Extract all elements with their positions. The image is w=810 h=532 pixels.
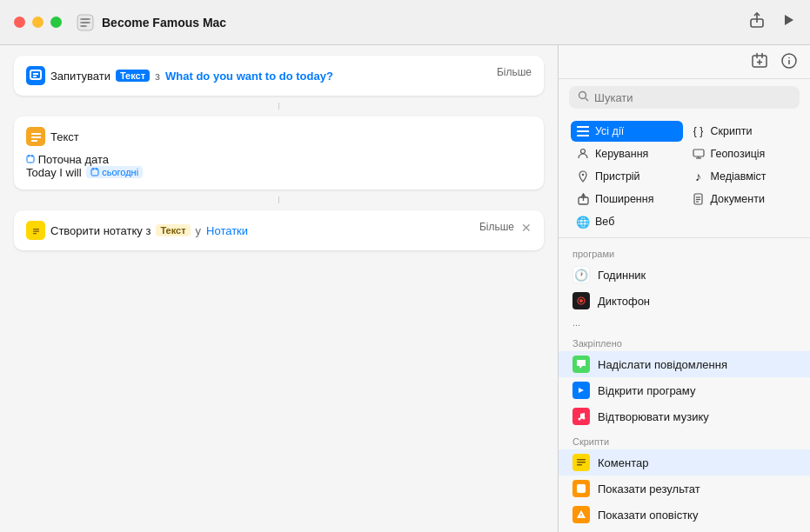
svg-rect-10	[31, 133, 41, 135]
svg-rect-53	[577, 462, 586, 463]
section-apps-header: програми	[559, 242, 810, 262]
pinned-messages[interactable]: Надіслати повідомлення	[559, 351, 810, 377]
action-header-note: Створити нотатку з Текст у Нотатки	[26, 221, 532, 240]
category-grid: Усі дії { } Скрипти Керування Геопозиція	[559, 114, 810, 238]
category-control[interactable]: Керування	[571, 143, 683, 164]
app-item-clock[interactable]: 🕐 Годинник	[559, 262, 810, 288]
category-location[interactable]: Пристрій	[571, 166, 683, 187]
section-pinned-header: Закріплено	[559, 331, 810, 351]
connector-1	[14, 103, 544, 110]
svg-text:Q: Q	[579, 486, 584, 493]
main-content: Запитувати Текст з What do you want to d…	[0, 45, 810, 532]
note-label: Створити нотатку з	[50, 224, 151, 237]
svg-rect-1	[80, 18, 90, 20]
info-icon[interactable]	[780, 52, 798, 73]
category-docs[interactable]: Документи	[686, 189, 799, 209]
close-button[interactable]	[14, 17, 25, 28]
script-ask-input[interactable]: Запитати вхідні дані	[559, 528, 810, 532]
text-label: Текст	[50, 130, 79, 143]
ask-prompt: What do you want to do today?	[165, 70, 333, 83]
svg-point-31	[579, 92, 586, 99]
search-input[interactable]	[594, 91, 791, 104]
svg-point-50	[579, 418, 581, 421]
category-web-label: Веб	[595, 216, 614, 228]
app-item-recorder[interactable]: Диктофон	[559, 288, 810, 314]
text-body: Поточна дата Today I will сьогодні	[26, 153, 532, 179]
ask-preposition: з	[155, 70, 160, 83]
svg-rect-16	[91, 169, 98, 176]
window-controls	[14, 17, 62, 28]
pinned-music-label: Відтворювати музику	[598, 410, 709, 423]
svg-line-32	[586, 98, 589, 102]
svg-rect-37	[693, 150, 704, 156]
ask-icon	[26, 66, 45, 85]
category-media[interactable]: ♪ Медіавміст	[686, 166, 799, 187]
music-icon	[572, 408, 590, 425]
note-preposition: у	[196, 224, 202, 237]
text-icon	[26, 127, 45, 146]
search-icon	[578, 90, 589, 104]
svg-marker-6	[785, 15, 793, 25]
comment-icon	[572, 454, 590, 471]
svg-rect-35	[577, 135, 589, 136]
connector-line-2	[278, 196, 279, 203]
window-title: Become Famous Mac	[102, 16, 749, 30]
add-library-icon[interactable]	[751, 52, 768, 73]
messages-icon	[572, 356, 590, 373]
maximize-button[interactable]	[50, 17, 62, 28]
action-card-ask: Запитувати Текст з What do you want to d…	[14, 56, 544, 96]
svg-point-40	[582, 174, 584, 176]
svg-rect-13	[27, 156, 34, 163]
sidebar-list: програми 🕐 Годинник Диктофон ... Закріпл…	[559, 238, 810, 532]
script-show-alert[interactable]: Показати оповістку	[559, 502, 810, 528]
app-icon	[76, 13, 95, 32]
svg-rect-2	[80, 22, 90, 23]
today-badge: сьогодні	[86, 166, 143, 178]
ask-more-label[interactable]: Більше	[497, 66, 532, 78]
script-show-result[interactable]: Q Показати результат	[559, 475, 810, 502]
search-container	[559, 79, 810, 114]
all-icon	[576, 124, 590, 138]
svg-rect-11	[31, 136, 41, 138]
svg-rect-21	[33, 230, 39, 231]
category-web[interactable]: 🌐 Веб	[571, 211, 683, 232]
section-scripts-header: Скрипти	[559, 429, 810, 449]
script-show-result-label: Показати результат	[598, 482, 700, 495]
text-body-content: Today I will	[26, 166, 82, 179]
svg-rect-33	[577, 126, 589, 128]
category-all[interactable]: Усі дії	[571, 121, 683, 142]
svg-point-51	[583, 417, 586, 420]
pinned-messages-label: Надіслати повідомлення	[598, 358, 727, 371]
svg-point-36	[581, 150, 586, 154]
category-share[interactable]: Поширення	[571, 189, 683, 209]
minimize-button[interactable]	[32, 17, 44, 28]
action-header-text: Текст	[26, 127, 532, 146]
svg-rect-52	[577, 459, 586, 461]
action-header-ask: Запитувати Текст з What do you want to d…	[26, 66, 532, 85]
pinned-open-app[interactable]: Відкрити програму	[559, 377, 810, 403]
ask-type-badge: Текст	[116, 70, 150, 82]
script-comment[interactable]: Коментар	[559, 449, 810, 475]
action-card-text: Текст Поточна дата Today I will сьогодні	[14, 116, 544, 190]
title-bar-actions	[749, 12, 796, 32]
play-icon[interactable]	[782, 13, 796, 31]
script-comment-label: Коментар	[598, 456, 648, 469]
note-close-button[interactable]: ✕	[521, 221, 532, 235]
docs-icon	[692, 192, 706, 206]
category-scripts[interactable]: { } Скрипти	[686, 121, 799, 142]
control-icon	[576, 147, 590, 161]
share-icon[interactable]	[749, 12, 765, 32]
note-more-label[interactable]: Більше	[479, 221, 514, 233]
app-clock-label: Годинник	[598, 269, 646, 282]
location-icon	[576, 170, 590, 183]
svg-rect-54	[577, 464, 582, 466]
svg-point-48	[580, 300, 583, 303]
pinned-music[interactable]: Відтворювати музику	[559, 403, 810, 429]
connector-line-1	[278, 103, 279, 110]
svg-rect-34	[577, 130, 589, 132]
category-device-label: Геопозиція	[711, 148, 766, 160]
sidebar-top-actions	[559, 45, 810, 79]
title-bar: Become Famous Mac	[0, 0, 810, 45]
pinned-open-app-label: Відкрити програму	[598, 384, 695, 397]
category-device[interactable]: Геопозиція	[686, 143, 799, 164]
